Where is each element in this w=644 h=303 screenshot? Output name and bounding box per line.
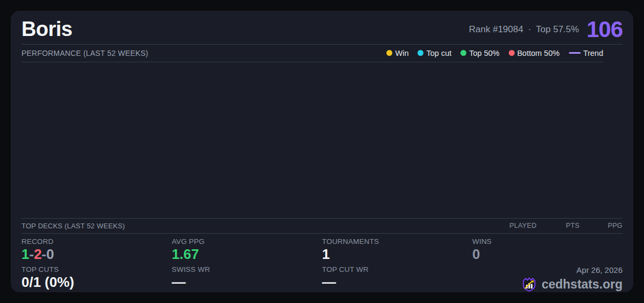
score-value: 106 bbox=[587, 17, 623, 42]
dot-separator: · bbox=[528, 24, 531, 35]
page-title: Boris bbox=[21, 18, 72, 41]
header-rank-block: Rank #19084 · Top 57.5% 106 bbox=[469, 17, 623, 42]
rank-label: Rank #19084 bbox=[469, 24, 523, 35]
bottom-50-dot-icon bbox=[509, 50, 515, 56]
player-stats-card: Boris Rank #19084 · Top 57.5% 106 PERFOR… bbox=[11, 11, 633, 292]
legend-label: Bottom 50% bbox=[517, 49, 560, 57]
column-header-pts: PTS bbox=[537, 222, 580, 229]
top-decks-heading: TOP DECKS (LAST 52 WEEKS) bbox=[21, 222, 125, 230]
legend-item-trend: Trend bbox=[569, 49, 603, 57]
chart-legend: Win Top cut Top 50% Bottom 50% Trend bbox=[386, 49, 603, 57]
stat-wins: WINS 0 bbox=[472, 236, 623, 264]
stats-grid: RECORD 1-2-0 AVG PPG 1.67 TOURNAMENTS 1 … bbox=[21, 234, 623, 292]
top-decks-columns: PLAYED PTS PPG bbox=[494, 222, 623, 229]
stat-label: WINS bbox=[472, 237, 623, 246]
avg-ppg-value: 1.67 bbox=[172, 247, 322, 262]
top-decks-header: TOP DECKS (LAST 52 WEEKS) PLAYED PTS PPG bbox=[21, 218, 623, 234]
column-header-played: PLAYED bbox=[494, 222, 537, 229]
column-header-ppg: PPG bbox=[580, 222, 623, 229]
top-cut-wr-value: — bbox=[322, 275, 472, 290]
stat-label: AVG PPG bbox=[172, 237, 322, 246]
rank-line: Rank #19084 · Top 57.5% bbox=[469, 24, 579, 35]
stat-label: TOP CUTS bbox=[21, 265, 172, 273]
performance-section: PERFORMANCE (LAST 52 WEEKS) Win Top cut … bbox=[21, 45, 603, 218]
top-cut-dot-icon bbox=[418, 50, 423, 56]
cedhstats-logo-icon bbox=[521, 276, 537, 292]
stat-label: SWISS WR bbox=[172, 265, 322, 273]
legend-label: Top cut bbox=[426, 49, 451, 57]
stat-label: TOP CUT WR bbox=[322, 265, 472, 273]
performance-chart bbox=[21, 62, 603, 218]
percentile-label: Top 57.5% bbox=[536, 24, 579, 35]
legend-label: Top 50% bbox=[469, 49, 499, 57]
stat-tournaments: TOURNAMENTS 1 bbox=[322, 236, 472, 264]
footer-brand-block: Apr 26, 2026 cedhstats.org bbox=[472, 264, 623, 292]
legend-label: Trend bbox=[583, 49, 603, 57]
legend-item-win: Win bbox=[386, 49, 408, 57]
swiss-wr-value: — bbox=[172, 275, 322, 290]
legend-item-bottom-50: Bottom 50% bbox=[509, 49, 560, 57]
top-50-dot-icon bbox=[460, 50, 466, 56]
performance-heading: PERFORMANCE (LAST 52 WEEKS) bbox=[21, 49, 148, 57]
stat-swiss-wr: SWISS WR — bbox=[172, 264, 322, 292]
brand: cedhstats.org bbox=[521, 276, 623, 292]
stat-record: RECORD 1-2-0 bbox=[21, 236, 172, 264]
wins-value: 0 bbox=[472, 247, 623, 262]
record-losses: 2 bbox=[34, 246, 41, 262]
record-wins: 1 bbox=[21, 246, 29, 262]
legend-label: Win bbox=[395, 49, 408, 57]
win-dot-icon bbox=[386, 50, 392, 56]
brand-label: cedhstats.org bbox=[541, 277, 623, 292]
record-sep: - bbox=[42, 246, 47, 262]
date-label: Apr 26, 2026 bbox=[576, 265, 623, 275]
stat-label: TOURNAMENTS bbox=[322, 237, 472, 246]
performance-header: PERFORMANCE (LAST 52 WEEKS) Win Top cut … bbox=[21, 45, 603, 62]
record-value: 1-2-0 bbox=[21, 247, 172, 262]
stat-avg-ppg: AVG PPG 1.67 bbox=[172, 236, 322, 264]
card-header: Boris Rank #19084 · Top 57.5% 106 bbox=[21, 11, 623, 45]
legend-item-top-cut: Top cut bbox=[418, 49, 451, 57]
stat-top-cut-wr: TOP CUT WR — bbox=[322, 264, 472, 292]
tournaments-value: 1 bbox=[322, 247, 472, 262]
top-cuts-value: 0/1 (0%) bbox=[21, 275, 172, 290]
record-sep: - bbox=[29, 246, 34, 262]
trend-line-icon bbox=[569, 52, 581, 54]
stat-label: RECORD bbox=[21, 237, 172, 246]
record-draws: 0 bbox=[46, 246, 54, 262]
stat-top-cuts: TOP CUTS 0/1 (0%) bbox=[21, 264, 172, 292]
legend-item-top-50: Top 50% bbox=[460, 49, 499, 57]
